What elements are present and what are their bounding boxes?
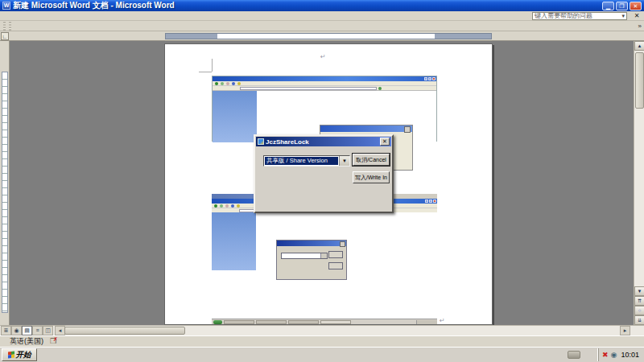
text-boundary-mark: [212, 59, 213, 72]
toolbar-options-icon[interactable]: »: [636, 23, 644, 30]
taskbar: 开始 ✖ ◉ 10:01: [0, 347, 644, 362]
restore-button[interactable]: ❐: [616, 2, 628, 10]
jczsharelock-dialog[interactable]: JczShareLock ✕ 共享版 / Share Version ▼ 取消/…: [254, 134, 394, 213]
tab-selector[interactable]: ∟: [1, 32, 9, 40]
muted-sound-icon[interactable]: ✖: [602, 351, 609, 359]
dialog-titlebar[interactable]: JczShareLock ✕: [256, 137, 391, 146]
scroll-up-icon[interactable]: ▲: [634, 41, 644, 51]
desktop: W 新建 Microsoft Word 文档 - Microsoft Word …: [0, 0, 644, 362]
word-titlebar[interactable]: W 新建 Microsoft Word 文档 - Microsoft Word …: [0, 0, 644, 11]
close-button[interactable]: ✕: [630, 2, 642, 10]
toolbar-grip[interactable]: [3, 22, 6, 31]
paragraph-mark: ↵: [440, 318, 445, 324]
normal-view-button[interactable]: ≣: [1, 326, 11, 335]
web-layout-button[interactable]: ◉: [11, 326, 22, 335]
windows-flag-icon: [8, 352, 14, 359]
dropdown: [281, 253, 328, 259]
reading-layout-button[interactable]: ◫: [43, 326, 53, 335]
write-in-button[interactable]: 写入/Write In: [353, 171, 390, 183]
toolbars: »: [0, 21, 644, 31]
jczsharelock-icon: [258, 138, 264, 145]
embedded-sharelock-dialog: [276, 240, 347, 280]
dialog-title: JczShareLock: [266, 138, 309, 146]
horizontal-ruler: ∟: [0, 31, 644, 41]
window-title: 新建 Microsoft Word 文档 - Microsoft Word: [13, 0, 175, 11]
vertical-ruler: [0, 41, 10, 325]
previous-page-icon[interactable]: ⇈: [634, 296, 644, 306]
text-boundary-mark: [199, 72, 212, 72]
button: [328, 262, 343, 269]
status-bar: 英语(美国) ❒: [0, 335, 644, 347]
printer-icon[interactable]: [568, 351, 580, 359]
language-status: 英语(美国): [10, 336, 43, 347]
system-tray: ✖ ◉ 10:01: [598, 348, 642, 361]
dialog-titlebar: [320, 125, 412, 132]
dialog-close-icon[interactable]: ✕: [380, 138, 390, 146]
next-page-icon[interactable]: ⇊: [634, 315, 644, 325]
help-question-placeholder: 键入需要帮助的问题: [535, 12, 592, 20]
embedded-taskbar: [212, 319, 437, 324]
dialog-titlebar: [277, 241, 346, 246]
start-button[interactable]: 开始: [2, 348, 37, 361]
vertical-scrollbar[interactable]: ▲ ▼ ⇈ ○ ⇊: [634, 41, 644, 325]
horizontal-scroll-thumb[interactable]: [64, 327, 185, 335]
outline-view-button[interactable]: ≡: [32, 326, 43, 335]
minimize-button[interactable]: ▁: [602, 2, 614, 10]
button: [328, 251, 343, 258]
horizontal-scrollbar-row: ≣ ◉ ▤ ≡ ◫ ◂ ▸: [0, 325, 644, 335]
start-label: 开始: [16, 350, 31, 360]
ruler-right-margin: [435, 33, 492, 39]
spelling-status-icon: ❒: [50, 337, 60, 346]
taskbar-clock: 10:01: [621, 351, 639, 359]
select-browse-object-icon[interactable]: ○: [634, 306, 644, 315]
ruler-text-area: [217, 33, 435, 39]
chevron-down-icon[interactable]: ▼: [339, 156, 349, 166]
version-dropdown[interactable]: 共享版 / Share Version ▼: [263, 155, 350, 167]
help-question-box[interactable]: 键入需要帮助的问题 ▾: [532, 12, 627, 20]
cancel-button[interactable]: 取消/Cancel: [353, 154, 390, 166]
toolbar-grip[interactable]: [9, 22, 11, 31]
menu-bar: 键入需要帮助的问题 ▾ ✕: [0, 11, 644, 21]
word-app-icon: W: [2, 2, 10, 10]
chevron-down-icon: ▾: [621, 13, 625, 19]
embedded-screenshot-desktop-bottom: [212, 194, 437, 324]
version-dropdown-value: 共享版 / Share Version: [265, 157, 338, 165]
document-close-button[interactable]: ✕: [632, 12, 642, 20]
ruler-left-margin: [165, 33, 217, 39]
tray-app-icon[interactable]: ◉: [611, 351, 617, 359]
paragraph-mark: ↵: [320, 54, 326, 60]
scroll-down-icon[interactable]: ▼: [634, 286, 644, 296]
scroll-right-icon[interactable]: ▸: [620, 326, 630, 335]
explorer-task-pane: [213, 91, 257, 142]
print-layout-button[interactable]: ▤: [22, 326, 32, 335]
explorer-task-pane: [212, 212, 256, 270]
vertical-scroll-thumb[interactable]: [635, 52, 644, 109]
